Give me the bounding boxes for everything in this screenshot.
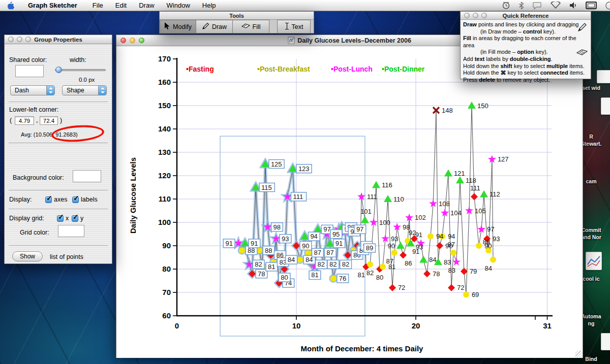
tools-titlebar[interactable]: Tools — [160, 12, 314, 20]
data-point[interactable] — [419, 256, 428, 263]
menu-item-draw[interactable]: Draw — [133, 0, 160, 11]
volume-icon[interactable] — [569, 2, 577, 9]
zoom-button[interactable] — [481, 13, 487, 18]
width-slider[interactable] — [55, 69, 106, 71]
data-point-label[interactable]: 83 — [448, 267, 455, 274]
data-point-label[interactable]: 101 — [360, 208, 372, 215]
menu-item-file[interactable]: File — [86, 0, 109, 11]
data-point-label[interactable]: 91 — [226, 240, 233, 247]
minimize-button[interactable] — [130, 38, 135, 43]
data-point-label[interactable]: 78 — [258, 270, 265, 278]
data-point-label[interactable]: 82 — [329, 260, 337, 268]
data-point-label[interactable]: 80 — [281, 274, 288, 281]
legend-item[interactable]: •Post-Breakfast — [257, 65, 310, 73]
data-point-label[interactable]: 82 — [342, 260, 349, 268]
data-point[interactable] — [452, 258, 461, 266]
data-point-label[interactable]: 81 — [311, 271, 318, 279]
data-point-label[interactable]: 72 — [457, 284, 464, 291]
data-point[interactable] — [448, 284, 455, 291]
minimize-button[interactable] — [473, 13, 478, 18]
data-point-label[interactable]: 90 — [387, 242, 394, 250]
data-point-label[interactable]: 89 — [366, 244, 373, 252]
data-point-label[interactable]: 93 — [282, 235, 289, 243]
data-point-label[interactable]: 127 — [498, 155, 509, 163]
minimize-button[interactable] — [17, 37, 22, 42]
data-point-label[interactable]: 83 — [444, 258, 451, 266]
data-point-label[interactable]: 90 — [302, 242, 309, 250]
data-point[interactable] — [463, 292, 469, 298]
data-point[interactable] — [306, 250, 312, 256]
data-point-label[interactable]: 69 — [472, 291, 479, 299]
dash-dropdown[interactable]: Dash — [10, 85, 55, 95]
data-point-label[interactable]: 94 — [436, 233, 443, 240]
data-point-label[interactable]: 91 — [336, 240, 343, 247]
data-point-label[interactable]: 72 — [398, 284, 405, 291]
data-point-label[interactable]: 82 — [367, 269, 374, 277]
data-point-label[interactable]: 112 — [490, 190, 500, 198]
data-point-label[interactable]: 84 — [485, 264, 492, 272]
data-point-label[interactable]: 111 — [470, 184, 480, 192]
data-point[interactable] — [380, 263, 386, 270]
window-resize-grip[interactable] — [575, 351, 582, 357]
wifi-fan-icon[interactable] — [550, 2, 561, 9]
shared-color-swatch[interactable] — [15, 65, 44, 77]
data-point[interactable] — [391, 250, 398, 256]
data-point-label[interactable]: 102 — [415, 214, 426, 221]
desktop-chart-file-icon[interactable] — [586, 252, 602, 270]
data-point-label[interactable]: 94 — [448, 233, 455, 240]
data-point-label[interactable]: 97 — [323, 225, 330, 233]
data-point[interactable] — [367, 261, 373, 268]
data-point-label[interactable]: 123 — [298, 165, 310, 173]
desktop-file-icon[interactable] — [601, 333, 610, 350]
data-point-label[interactable]: 125 — [271, 160, 282, 168]
data-point-label[interactable]: 87 — [386, 257, 393, 265]
data-point-label[interactable]: 93 — [416, 243, 423, 251]
data-point-label[interactable]: 84 — [288, 256, 295, 263]
data-point-label[interactable]: 86 — [405, 259, 412, 267]
data-point[interactable] — [468, 102, 476, 109]
data-point-label[interactable]: 91 — [415, 231, 422, 239]
data-point-label[interactable]: 108 — [439, 200, 450, 208]
data-point[interactable] — [428, 234, 434, 240]
data-point[interactable] — [400, 251, 407, 258]
data-point-label[interactable]: 82 — [255, 260, 262, 268]
data-point-label[interactable]: 88 — [483, 238, 490, 246]
data-point-label[interactable]: 91 — [251, 240, 258, 247]
data-point[interactable] — [330, 275, 337, 281]
menu-item-help[interactable]: Help — [196, 0, 222, 11]
legend-item[interactable]: •Post-Lunch — [331, 65, 373, 73]
grid-y-checkbox[interactable] — [72, 215, 78, 222]
data-point-label[interactable]: 148 — [442, 107, 453, 114]
data-point-label[interactable]: 111 — [293, 193, 303, 201]
menu-item-edit[interactable]: Edit — [109, 0, 133, 11]
show-button[interactable]: Show — [12, 251, 43, 261]
data-point-label[interactable]: 93 — [391, 235, 398, 243]
menu-item-app[interactable]: Graph Sketcher — [22, 0, 86, 11]
legend-item[interactable]: •Post-Dinner — [382, 65, 425, 73]
data-point-label[interactable]: 80 — [376, 274, 383, 281]
data-point-label[interactable]: 87 — [326, 249, 333, 256]
data-point-label[interactable]: 87 — [314, 249, 321, 256]
data-point[interactable] — [372, 181, 380, 188]
close-button[interactable] — [464, 13, 470, 18]
data-point-label[interactable]: 115 — [261, 184, 272, 191]
chart-canvas[interactable]: 607080901001101201301401501601700102031M… — [116, 46, 583, 358]
modify-tool-button[interactable]: Modify — [160, 20, 196, 34]
data-point[interactable] — [476, 243, 482, 249]
alarm-clock-icon[interactable] — [502, 1, 510, 10]
data-point-label[interactable]: 116 — [382, 181, 392, 189]
data-point[interactable] — [297, 257, 303, 263]
zoom-button[interactable] — [25, 37, 31, 42]
close-button[interactable] — [8, 37, 14, 42]
menu-item-window[interactable]: Window — [161, 0, 196, 11]
data-point-label[interactable]: 81 — [268, 263, 275, 271]
data-point-label[interactable]: 93 — [493, 235, 500, 243]
text-tool-button[interactable]: Text — [277, 20, 311, 34]
data-point[interactable] — [423, 270, 431, 277]
data-point[interactable] — [361, 216, 369, 223]
data-point-label[interactable]: 105 — [475, 207, 486, 215]
data-point[interactable] — [396, 242, 405, 249]
data-point-label[interactable]: 81 — [358, 271, 365, 279]
chat-bubble-icon[interactable] — [532, 2, 542, 10]
desktop-file-icon[interactable] — [597, 70, 610, 83]
